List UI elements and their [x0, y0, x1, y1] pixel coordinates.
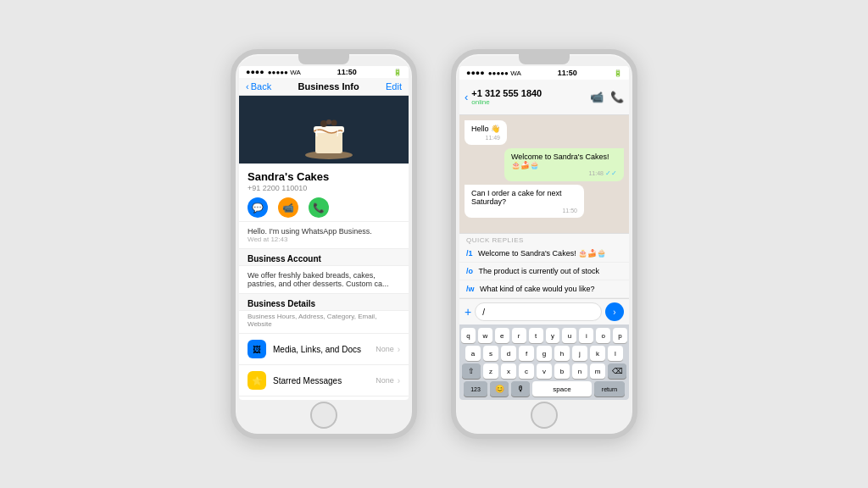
- quick-reply-text-3: What kind of cake would you like?: [480, 285, 595, 293]
- kb-g[interactable]: g: [537, 346, 552, 361]
- send-button[interactable]: ›: [605, 302, 624, 321]
- kb-x[interactable]: x: [501, 363, 516, 379]
- shortcut-2: /o: [466, 267, 473, 275]
- chat-back-button[interactable]: ‹: [465, 91, 468, 103]
- kb-y[interactable]: y: [546, 328, 560, 343]
- kb-q[interactable]: q: [461, 328, 476, 343]
- kb-h[interactable]: h: [554, 346, 570, 361]
- status-message: Hello. I'm using WhatsApp Business.: [248, 227, 400, 236]
- video-icon[interactable]: 📹: [278, 197, 298, 218]
- msg-text-1: Hello 👋: [471, 125, 500, 133]
- msg-time-3: 11:50: [471, 208, 577, 214]
- svg-point-5: [331, 120, 337, 126]
- kb-v[interactable]: v: [537, 363, 552, 379]
- input-value: /: [482, 308, 485, 317]
- business-name: Sandra's Cakes: [248, 170, 400, 183]
- kb-return[interactable]: return: [594, 381, 625, 396]
- kb-l[interactable]: l: [608, 346, 623, 361]
- message-received-2: Can I order a cake for next Saturday? 11…: [465, 185, 584, 218]
- kb-123[interactable]: 123: [464, 381, 487, 396]
- time-left: 11:50: [337, 68, 357, 76]
- send-icon: ›: [613, 308, 615, 317]
- kb-j[interactable]: j: [572, 346, 587, 361]
- kb-mic[interactable]: 🎙: [511, 381, 530, 396]
- chat-messages: Hello 👋 11:49 Welcome to Sandra's Cakes!…: [459, 115, 629, 233]
- chevron-starred: ›: [398, 376, 400, 385]
- msg-text-3: Can I order a cake for next Saturday?: [471, 189, 562, 206]
- kb-d[interactable]: d: [501, 346, 516, 361]
- kb-z[interactable]: z: [483, 363, 498, 379]
- signal-icon: ●●●●: [246, 68, 264, 76]
- kb-r[interactable]: r: [512, 328, 526, 343]
- video-call-icon[interactable]: 📹: [590, 91, 604, 103]
- kb-w[interactable]: w: [478, 328, 492, 343]
- quick-reply-3[interactable]: /w What kind of cake would you like?: [459, 280, 629, 298]
- kb-p[interactable]: p: [613, 328, 627, 343]
- quick-reply-2[interactable]: /o The product is currently out of stock: [459, 263, 629, 280]
- msg-text-2: Welcome to Sandra's Cakes! 🎂🍰🧁: [511, 152, 609, 169]
- battery-icon-left: 🔋: [393, 69, 402, 76]
- starred-value: None: [376, 376, 394, 385]
- message-icon[interactable]: 💬: [248, 197, 268, 218]
- right-phone-screen: ●●●● ●●●●● WA 11:50 🔋 ‹ +1 312 555 1840 …: [459, 66, 629, 400]
- kb-row-2: a s d f g h j k l: [461, 346, 627, 361]
- svg-point-6: [326, 119, 331, 125]
- whatsapp-status: Hello. I'm using WhatsApp Business. Wed …: [239, 222, 409, 249]
- kb-emoji[interactable]: 😊: [490, 381, 509, 396]
- kb-b[interactable]: b: [554, 363, 570, 379]
- kb-k[interactable]: k: [590, 346, 605, 361]
- contact-status: online: [471, 98, 587, 106]
- status-bar-left: ●●●● ●●●●● WA 11:50 🔋: [239, 66, 409, 78]
- chat-nav: ‹ +1 312 555 1840 online 📹 📞: [459, 80, 629, 115]
- kb-a[interactable]: a: [465, 346, 481, 361]
- msg-ticks: ✓✓: [605, 169, 617, 177]
- quick-reply-1[interactable]: /1 Welcome to Sandra's Cakes! 🎂🍰🧁: [459, 245, 629, 263]
- kb-s[interactable]: s: [483, 346, 498, 361]
- plus-icon[interactable]: +: [465, 305, 471, 319]
- edit-button[interactable]: Edit: [386, 81, 402, 92]
- time-right: 11:50: [558, 69, 577, 77]
- back-button-left[interactable]: ‹ Back: [246, 81, 271, 92]
- chat-nav-icons: 📹 📞: [590, 91, 624, 103]
- kb-t[interactable]: t: [529, 328, 543, 343]
- kb-n[interactable]: n: [572, 363, 587, 379]
- shortcut-3: /w: [466, 285, 475, 293]
- kb-o[interactable]: o: [596, 328, 610, 343]
- kb-delete[interactable]: ⌫: [608, 363, 626, 379]
- kb-u[interactable]: u: [562, 328, 576, 343]
- status-bar-left-carrier: ●●●● ●●●●● WA: [246, 68, 301, 76]
- business-details-sub: Business Hours, Address, Category, Email…: [239, 311, 409, 334]
- kb-f[interactable]: f: [519, 346, 534, 361]
- kb-space[interactable]: space: [532, 381, 592, 396]
- starred-icon: ⭐: [248, 371, 266, 390]
- description-text: We offer freshly baked breads, cakes, pa…: [248, 271, 400, 288]
- phone-call-icon[interactable]: 📞: [610, 91, 624, 103]
- kb-e[interactable]: e: [495, 328, 509, 343]
- profile-image: [239, 96, 409, 164]
- phones-container: ●●●● ●●●●● WA 11:50 🔋 ‹ Back Business In…: [231, 49, 637, 439]
- call-icon[interactable]: 📞: [309, 197, 329, 218]
- right-phone: ●●●● ●●●●● WA 11:50 🔋 ‹ +1 312 555 1840 …: [451, 49, 637, 439]
- battery-icon-right: 🔋: [614, 69, 622, 77]
- shortcut-1: /1: [466, 249, 473, 258]
- chat-contact-info[interactable]: +1 312 555 1840 online: [471, 88, 587, 106]
- menu-item-starred[interactable]: ⭐ Starred Messages None ›: [239, 365, 409, 396]
- keyboard: q w e r t y u i o p a s d f g h: [459, 324, 629, 400]
- battery-area-left: 🔋: [393, 69, 402, 76]
- business-details-header: Business Details: [239, 294, 409, 311]
- battery-area-right: 🔋: [614, 69, 622, 77]
- quick-reply-text-1: Welcome to Sandra's Cakes! 🎂🍰🧁: [478, 249, 606, 258]
- menu-item-search[interactable]: 🔍 Chat Search ›: [239, 396, 409, 400]
- media-icon: 🖼: [248, 340, 266, 358]
- kb-shift[interactable]: ⇧: [462, 363, 481, 379]
- quick-reply-text-2: The product is currently out of stock: [479, 267, 600, 275]
- home-button-left[interactable]: [310, 402, 337, 429]
- menu-item-media[interactable]: 🖼 Media, Links, and Docs None ›: [239, 334, 409, 365]
- kb-i[interactable]: i: [579, 328, 593, 343]
- home-button-right[interactable]: [531, 402, 558, 429]
- status-bar-right-carrier: ●●●● ●●●●● WA: [466, 69, 521, 77]
- kb-m[interactable]: m: [590, 363, 605, 379]
- message-input[interactable]: /: [475, 302, 602, 321]
- message-received-1: Hello 👋 11:49: [465, 120, 507, 145]
- kb-c[interactable]: c: [519, 363, 534, 379]
